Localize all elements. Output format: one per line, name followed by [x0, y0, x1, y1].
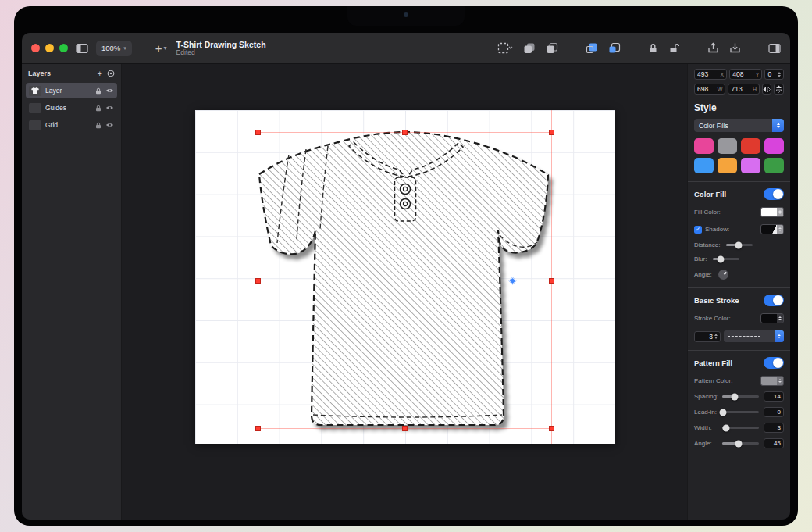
layer-row-grid[interactable]: Grid	[26, 117, 117, 133]
send-backward-icon[interactable]	[608, 42, 621, 54]
lock-icon[interactable]	[95, 87, 102, 95]
distance-slider[interactable]	[726, 244, 753, 246]
layer-options-icon[interactable]	[107, 70, 115, 77]
x-position-input[interactable]	[697, 70, 719, 78]
size-row: W H	[694, 84, 784, 95]
rotation-field[interactable]	[764, 69, 784, 80]
selection-handle-top-right[interactable]	[549, 130, 554, 135]
height-field[interactable]: H	[728, 84, 759, 95]
pattern-fill-header: Pattern Fill	[694, 357, 784, 369]
pattern-color-well[interactable]	[760, 376, 784, 386]
stroke-width-input[interactable]	[697, 333, 713, 341]
dash-pattern-preview	[728, 336, 760, 337]
sidebar-toggle-icon[interactable]	[76, 43, 88, 54]
fill-type-dropdown[interactable]: Color Fills	[694, 119, 784, 132]
layer-row-layer[interactable]: Layer	[26, 83, 117, 98]
inspector-toggle-icon[interactable]	[768, 43, 781, 54]
layer-name: Layer	[45, 87, 91, 95]
lock-icon[interactable]	[95, 105, 102, 112]
selection-handle-bottom-right[interactable]	[549, 426, 554, 431]
selection-handle-mid-right[interactable]	[549, 278, 554, 284]
flip-horizontal-icon[interactable]	[762, 84, 772, 95]
document-title: T-Shirt Drawing Sketch	[176, 40, 266, 49]
stroke-color-well[interactable]	[760, 313, 784, 323]
lead-in-value[interactable]: 0	[764, 407, 784, 417]
color-swatch-violet[interactable]	[741, 158, 760, 173]
bring-forward-icon[interactable]	[586, 42, 598, 54]
color-swatch-pink[interactable]	[694, 138, 714, 154]
layer-row-guides[interactable]: Guides	[26, 100, 117, 116]
flip-vertical-icon[interactable]	[774, 84, 784, 95]
lock-icon[interactable]	[648, 43, 658, 54]
stroke-width-stepper[interactable]	[714, 334, 718, 339]
pattern-fill-toggle[interactable]	[764, 357, 784, 369]
selection-handle-bottom-mid[interactable]	[402, 426, 408, 431]
selection-handle-bottom-left[interactable]	[255, 426, 261, 431]
pattern-width-value[interactable]: 3	[764, 423, 784, 433]
color-swatch-gray[interactable]	[718, 138, 737, 154]
lock-icon[interactable]	[95, 122, 102, 129]
basic-stroke-toggle[interactable]	[764, 295, 784, 306]
selection-handle-top-mid[interactable]	[402, 130, 408, 135]
spacing-value[interactable]: 14	[764, 391, 784, 402]
unlock-icon[interactable]	[668, 43, 680, 54]
height-suffix: H	[753, 87, 757, 92]
artboard[interactable]	[195, 110, 615, 444]
duplicate-icon[interactable]	[523, 42, 536, 54]
pattern-width-row: Width: 3	[694, 423, 784, 433]
copy-style-icon[interactable]	[546, 42, 558, 54]
x-suffix: X	[721, 72, 725, 77]
pattern-width-slider[interactable]	[722, 427, 759, 429]
minimize-window-button[interactable]	[45, 44, 54, 52]
color-swatch-green[interactable]	[764, 158, 784, 173]
color-fill-title: Color Fill	[694, 190, 726, 198]
color-swatch-orange[interactable]	[718, 158, 737, 173]
shadow-angle-knob[interactable]	[718, 270, 728, 280]
visibility-eye-icon[interactable]	[105, 87, 114, 94]
color-swatch-blue[interactable]	[694, 158, 714, 173]
selection-handle-top-left[interactable]	[255, 130, 261, 135]
add-artboard-button[interactable]: +	[155, 42, 162, 54]
visibility-eye-icon[interactable]	[105, 122, 114, 128]
lead-in-slider[interactable]	[722, 411, 759, 413]
spacing-slider[interactable]	[722, 395, 759, 398]
stroke-style-dropdown[interactable]	[724, 330, 784, 342]
share-icon[interactable]	[729, 42, 741, 54]
camera-dot	[404, 12, 408, 17]
color-fill-toggle[interactable]	[764, 188, 784, 200]
zoom-level-dropdown[interactable]: 100% ▾	[96, 41, 132, 56]
y-position-input[interactable]	[732, 70, 754, 78]
main-area: Layers + Layer	[22, 64, 790, 520]
close-window-button[interactable]	[31, 44, 40, 52]
pattern-angle-slider[interactable]	[722, 442, 759, 445]
rotation-input[interactable]	[767, 70, 776, 78]
fill-color-well[interactable]	[760, 207, 784, 217]
stroke-width-field[interactable]	[694, 331, 721, 342]
width-field[interactable]: W	[694, 84, 725, 95]
fullscreen-window-button[interactable]	[59, 44, 68, 52]
add-artboard-chevron-icon[interactable]: ▾	[164, 45, 167, 52]
y-position-field[interactable]: Y	[729, 69, 762, 80]
macbook-screen: 100% ▾ + ▾ T-Shirt Drawing Sketch Edited	[14, 6, 798, 526]
width-input[interactable]	[697, 85, 716, 93]
blur-slider[interactable]	[713, 258, 739, 260]
width-suffix: W	[718, 87, 723, 92]
color-swatch-red[interactable]	[741, 138, 760, 154]
y-suffix: Y	[756, 72, 760, 77]
shadow-color-well[interactable]	[760, 224, 784, 234]
artboard-select-icon[interactable]	[497, 42, 513, 54]
visibility-eye-icon[interactable]	[105, 105, 114, 111]
layer-thumbnail	[29, 86, 41, 96]
shadow-checkbox[interactable]: ✓	[694, 226, 702, 234]
color-swatch-magenta[interactable]	[764, 138, 784, 154]
add-layer-icon[interactable]: +	[98, 69, 102, 78]
height-input[interactable]	[731, 85, 750, 93]
layers-panel: Layers + Layer	[22, 64, 122, 520]
x-position-field[interactable]: X	[694, 69, 727, 80]
export-icon[interactable]	[707, 42, 719, 54]
selection-handle-mid-left[interactable]	[255, 278, 261, 284]
canvas[interactable]	[122, 64, 687, 520]
pattern-angle-value[interactable]: 45	[764, 438, 784, 448]
layer-thumbnail	[29, 120, 41, 130]
rotation-stepper[interactable]	[778, 72, 781, 77]
